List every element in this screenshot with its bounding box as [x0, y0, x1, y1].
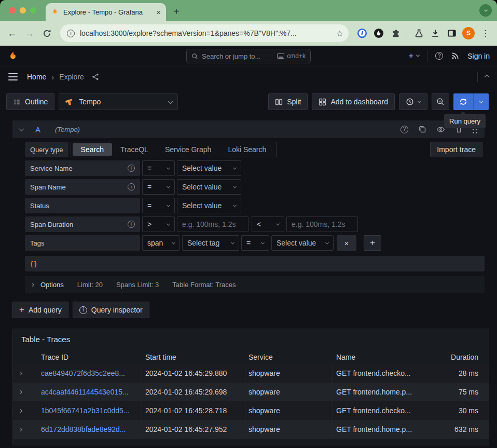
- expand-row-button[interactable]: [13, 383, 38, 401]
- tag-operator-select[interactable]: =: [241, 235, 269, 251]
- service-cell: shopware: [245, 383, 333, 401]
- column-header-trace-id[interactable]: Trace ID: [38, 350, 142, 364]
- duplicate-query-icon[interactable]: [418, 125, 426, 133]
- expand-row-button[interactable]: [13, 401, 38, 420]
- back-button[interactable]: ←: [5, 29, 19, 38]
- mega-menu-icon[interactable]: [8, 73, 18, 80]
- start-time-cell: 2024-01-02 16:45:27.952: [142, 420, 245, 439]
- browser-profile-avatar[interactable]: S: [462, 27, 475, 39]
- new-menu-button[interactable]: +: [408, 51, 419, 60]
- tag-scope-select[interactable]: span: [142, 235, 180, 251]
- grafana-logo[interactable]: [7, 50, 19, 62]
- status-operator-select[interactable]: =: [142, 198, 175, 213]
- extensions-puzzle-icon[interactable]: [389, 29, 402, 38]
- onepassword-extension-icon[interactable]: [356, 28, 368, 38]
- duration-cell: 30 ms: [422, 401, 489, 420]
- tab-search-button[interactable]: [479, 4, 492, 17]
- expand-row-button[interactable]: [13, 364, 38, 383]
- tab-search[interactable]: Search: [73, 143, 112, 156]
- column-header-service[interactable]: Service: [245, 350, 333, 364]
- name-cell: GET frontend.home.p...: [333, 420, 422, 439]
- tab-loki-search[interactable]: Loki Search: [219, 143, 274, 156]
- collapse-query-icon[interactable]: [19, 126, 24, 131]
- tab-traceql[interactable]: TraceQL: [112, 143, 157, 156]
- options-row: Options Limit: 20 Spans Limit: 3 Table F…: [25, 276, 485, 293]
- site-info-icon[interactable]: i: [67, 30, 75, 37]
- trace-id-link[interactable]: 1b045f66741a2b31c0dd5...: [41, 406, 130, 415]
- column-header-duration[interactable]: Duration: [422, 350, 489, 364]
- tab-service-graph[interactable]: Service Graph: [157, 143, 219, 156]
- news-rss-icon[interactable]: [451, 51, 460, 60]
- breadcrumb-explore[interactable]: Explore: [59, 73, 84, 81]
- run-query-options-button[interactable]: [473, 93, 489, 110]
- forward-button[interactable]: →: [23, 29, 36, 38]
- duration-max-input[interactable]: [286, 216, 358, 232]
- chevron-down-icon: [168, 99, 173, 104]
- trace-id-link[interactable]: ac4caaf4461144543e015...: [41, 388, 129, 396]
- bookmark-star-icon[interactable]: ☆: [336, 29, 343, 38]
- duration-cell: 632 ms: [422, 420, 489, 439]
- span-name-operator-select[interactable]: =: [142, 179, 175, 195]
- breadcrumb-home[interactable]: Home: [27, 73, 46, 81]
- table-row: cae8494072f6d35c2ee8... 2024-01-02 16:45…: [13, 364, 489, 383]
- query-help-icon[interactable]: ?: [401, 126, 408, 133]
- tab-close-icon[interactable]: ×: [156, 8, 161, 16]
- add-tag-button[interactable]: +: [364, 235, 381, 251]
- add-to-dashboard-button[interactable]: Add to dashboard: [312, 93, 395, 110]
- sign-in-link[interactable]: Sign in: [467, 52, 490, 60]
- table-row: 1b045f66741a2b31c0dd5... 2024-01-02 16:4…: [13, 401, 489, 420]
- share-icon[interactable]: [91, 73, 100, 81]
- flame-extension-icon[interactable]: [372, 28, 385, 38]
- new-tab-button[interactable]: +: [173, 6, 180, 17]
- remove-tag-button[interactable]: ×: [337, 235, 356, 251]
- info-icon[interactable]: i: [128, 165, 135, 172]
- window-controls: [9, 7, 36, 13]
- global-search-box[interactable]: cmd+k: [186, 49, 311, 63]
- reload-button[interactable]: [40, 29, 53, 38]
- zoom-out-button[interactable]: [432, 93, 449, 110]
- browser-menu-icon[interactable]: ⋮: [479, 28, 492, 39]
- datasource-picker[interactable]: Tempo: [59, 93, 178, 110]
- toolbar-separator: [407, 28, 407, 38]
- duration-min-operator-select[interactable]: >: [142, 216, 175, 232]
- browser-tabstrip: Explore - Tempo - Grafana × +: [0, 0, 497, 21]
- query-ref-id: A: [35, 125, 40, 134]
- span-name-value-select[interactable]: Select value: [177, 179, 241, 195]
- breadcrumb: Home › Explore: [27, 73, 100, 82]
- url-bar[interactable]: i localhost:3000/explore?schemaVersion=1…: [60, 24, 349, 42]
- tag-value-select[interactable]: Select value: [271, 235, 334, 251]
- help-icon[interactable]: ?: [435, 52, 443, 60]
- time-picker-button[interactable]: [399, 93, 427, 110]
- service-name-value-select[interactable]: Select value: [177, 160, 241, 176]
- info-icon[interactable]: i: [128, 221, 135, 228]
- outline-button[interactable]: Outline: [6, 93, 54, 110]
- query-inspector-button[interactable]: i Query inspector: [73, 302, 149, 318]
- column-header-name[interactable]: Name: [333, 350, 422, 364]
- datasource-name: Tempo: [79, 98, 101, 106]
- status-value-select[interactable]: Select value: [177, 198, 241, 213]
- options-toggle[interactable]: Options: [31, 281, 64, 289]
- tag-name-select[interactable]: Select tag: [182, 235, 239, 251]
- trace-id-link[interactable]: 6d172dd838bfade8e92d...: [41, 425, 126, 433]
- zoom-window-button[interactable]: [30, 7, 36, 13]
- duration-min-input[interactable]: [177, 216, 248, 232]
- browser-tab[interactable]: Explore - Tempo - Grafana ×: [46, 3, 166, 21]
- downloads-icon[interactable]: [429, 29, 441, 38]
- query-row-header[interactable]: A (Tempo) ?: [12, 120, 485, 138]
- close-window-button[interactable]: [9, 7, 16, 13]
- labs-flask-icon[interactable]: [412, 29, 425, 38]
- import-trace-button[interactable]: Import trace: [430, 142, 482, 157]
- search-input[interactable]: [202, 52, 260, 60]
- info-icon[interactable]: i: [128, 183, 135, 191]
- expand-row-button[interactable]: [13, 420, 38, 439]
- trace-id-link[interactable]: cae8494072f6d35c2ee8...: [41, 369, 125, 377]
- minimize-window-button[interactable]: [20, 7, 26, 13]
- run-query-button[interactable]: [453, 93, 473, 110]
- duration-max-operator-select[interactable]: <: [252, 216, 284, 232]
- side-panel-icon[interactable]: [446, 29, 458, 38]
- column-header-start-time[interactable]: Start time: [142, 350, 245, 364]
- service-name-operator-select[interactable]: =: [142, 160, 175, 176]
- add-query-button[interactable]: + Add query: [12, 302, 68, 318]
- split-button[interactable]: Split: [268, 93, 308, 110]
- collapse-chrome-icon[interactable]: [485, 74, 490, 79]
